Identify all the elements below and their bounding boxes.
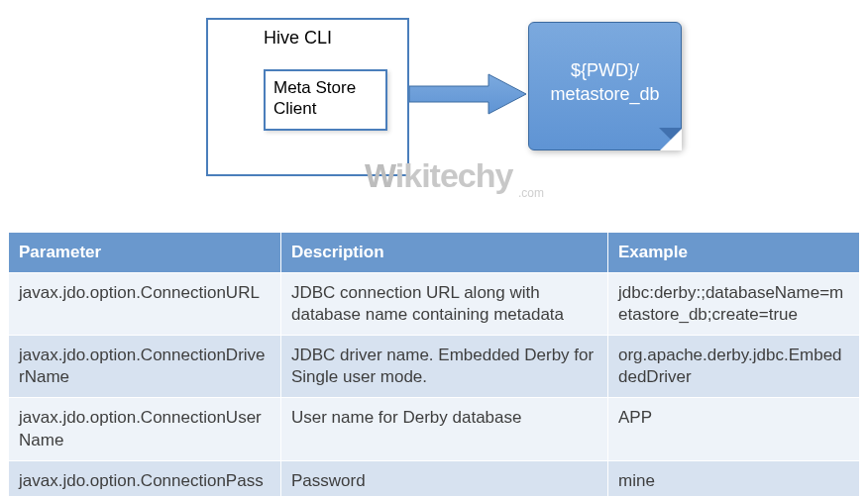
table-row: javax.jdo.option.ConnectionURL JDBC conn… (9, 273, 860, 336)
hive-cli-box: Hive CLI Meta Store Client (206, 18, 409, 176)
note-line1: ${PWD}/ (571, 60, 639, 80)
table-row: javax.jdo.option.ConnectionUserName User… (9, 398, 860, 460)
metastore-client-box: Meta Store Client (264, 69, 387, 131)
architecture-diagram: Hive CLI Meta Store Client ${PWD}/ metas… (186, 10, 860, 208)
watermark-logo: Wikitechy (365, 156, 512, 195)
hive-cli-label: Hive CLI (208, 20, 407, 49)
cell-param: javax.jdo.option.ConnectionPassword (9, 460, 281, 496)
cell-desc: User name for Derby database (281, 398, 608, 460)
cell-ex: org.apache.derby.jdbc.EmbeddedDriver (608, 336, 860, 398)
cell-ex: APP (608, 398, 860, 460)
note-line2: metastore_db (550, 84, 659, 104)
header-example: Example (608, 233, 860, 273)
table-header-row: Parameter Description Example (9, 233, 860, 273)
cell-ex: jdbc:derby:;databaseName=metastore_db;cr… (608, 273, 860, 336)
arrow-icon (409, 69, 528, 119)
header-parameter: Parameter (9, 233, 281, 273)
cell-desc: Password (281, 460, 608, 496)
metastore-db-note: ${PWD}/ metastore_db (528, 22, 682, 150)
cell-param: javax.jdo.option.ConnectionURL (9, 273, 281, 336)
page-fold-icon (660, 129, 682, 150)
table-row: javax.jdo.option.ConnectionPassword Pass… (9, 460, 860, 496)
parameters-table: Parameter Description Example javax.jdo.… (8, 232, 860, 496)
table-row: javax.jdo.option.ConnectionDriverName JD… (9, 336, 860, 398)
svg-marker-0 (409, 74, 526, 114)
cell-ex: mine (608, 460, 860, 496)
cell-param: javax.jdo.option.ConnectionUserName (9, 398, 281, 460)
cell-param: javax.jdo.option.ConnectionDriverName (9, 336, 281, 398)
watermark-sub: .com (518, 186, 544, 200)
cell-desc: JDBC connection URL along with database … (281, 273, 608, 336)
watermark-text: ikitechy (395, 156, 513, 194)
cell-desc: JDBC driver name. Embedded Derby for Sin… (281, 336, 608, 398)
header-description: Description (281, 233, 608, 273)
